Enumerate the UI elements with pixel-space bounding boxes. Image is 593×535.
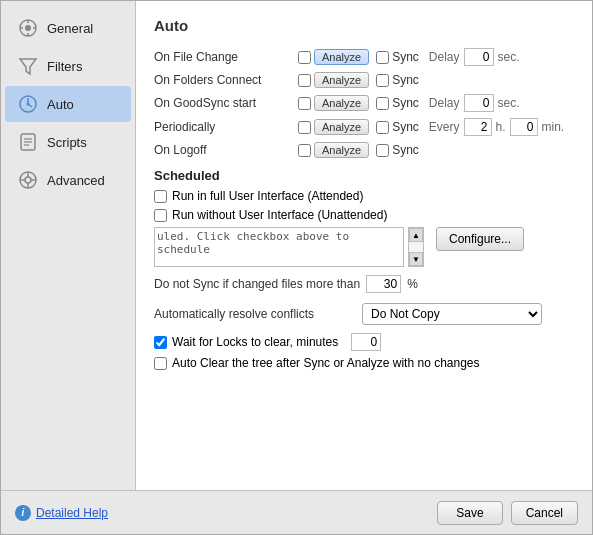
- general-icon: [17, 17, 39, 39]
- analyze-btn-2[interactable]: Analyze: [314, 72, 369, 88]
- main-panel: Auto On File Change Analyze Sync Delay 0…: [136, 1, 592, 490]
- auto-clear-label: Auto Clear the tree after Sync or Analyz…: [172, 356, 480, 370]
- sidebar-item-filters[interactable]: Filters: [5, 48, 131, 84]
- scripts-icon: [17, 131, 39, 153]
- sidebar-item-advanced[interactable]: Advanced: [5, 162, 131, 198]
- configure-button[interactable]: Configure...: [436, 227, 524, 251]
- content-area: General Filters: [1, 1, 592, 490]
- on-folders-connect-label: On Folders Connect: [154, 73, 294, 87]
- on-file-change-label: On File Change: [154, 50, 294, 64]
- pct-symbol: %: [407, 277, 418, 291]
- analyze-btn-1[interactable]: Analyze: [314, 49, 369, 65]
- sync-checkbox-5[interactable]: [376, 144, 389, 157]
- wait-for-locks-row: Wait for Locks to clear, minutes 0: [154, 333, 574, 351]
- do-not-sync-row: Do not Sync if changed files more than 3…: [154, 275, 574, 293]
- svg-point-16: [25, 177, 31, 183]
- scheduled-textarea[interactable]: uled. Click checkbox above to schedule: [154, 227, 404, 267]
- analyze-btn-4[interactable]: Analyze: [314, 119, 369, 135]
- sidebar-item-general[interactable]: General: [5, 10, 131, 46]
- run-unattended-checkbox[interactable]: [154, 209, 167, 222]
- periodically-label: Periodically: [154, 120, 294, 134]
- panel-title: Auto: [154, 17, 574, 34]
- periodically-row: Periodically Analyze Sync Every 2 h. 0 m…: [154, 118, 574, 136]
- analyze-checkbox-4[interactable]: [298, 121, 311, 134]
- textarea-scrollbar[interactable]: ▲ ▼: [408, 227, 424, 267]
- do-not-sync-input[interactable]: 30: [366, 275, 401, 293]
- detailed-help-link[interactable]: Detailed Help: [36, 506, 108, 520]
- on-folders-connect-row: On Folders Connect Analyze Sync: [154, 72, 574, 88]
- conflicts-select[interactable]: Do Not Copy Copy Newer Copy Older: [362, 303, 542, 325]
- svg-marker-6: [20, 59, 36, 74]
- analyze-checkbox-group-3: Analyze: [298, 95, 369, 111]
- sidebar: General Filters: [1, 1, 136, 490]
- sidebar-general-label: General: [47, 21, 93, 36]
- sync-checkbox-group-3: Sync: [376, 96, 419, 110]
- analyze-checkbox-5[interactable]: [298, 144, 311, 157]
- sync-checkbox-4[interactable]: [376, 121, 389, 134]
- analyze-checkbox-1[interactable]: [298, 51, 311, 64]
- footer-right: Save Cancel: [437, 501, 578, 525]
- sidebar-item-auto[interactable]: Auto: [5, 86, 131, 122]
- auto-clear-row: Auto Clear the tree after Sync or Analyz…: [154, 356, 574, 370]
- sync-checkbox-1[interactable]: [376, 51, 389, 64]
- sync-checkbox-group-4: Sync: [376, 120, 419, 134]
- sync-checkbox-group-1: Sync: [376, 50, 419, 64]
- sync-checkbox-group-2: Sync: [376, 73, 419, 87]
- wait-for-locks-checkbox[interactable]: [154, 336, 167, 349]
- conflicts-row: Automatically resolve conflicts Do Not C…: [154, 303, 574, 325]
- scheduled-title: Scheduled: [154, 168, 574, 183]
- run-unattended-row: Run without User Interface (Unattended): [154, 208, 574, 222]
- help-icon: i: [15, 505, 31, 521]
- delay-group-2: Delay 0 sec.: [429, 94, 520, 112]
- analyze-checkbox-group-1: Analyze: [298, 49, 369, 65]
- every-group: Every 2 h. 0 min.: [429, 118, 564, 136]
- auto-clear-checkbox[interactable]: [154, 357, 167, 370]
- sidebar-filters-label: Filters: [47, 59, 82, 74]
- svg-point-1: [25, 25, 31, 31]
- svg-point-10: [27, 103, 30, 106]
- scheduled-section: Scheduled Run in full User Interface (At…: [154, 168, 574, 293]
- delay-group-1: Delay 0 sec.: [429, 48, 520, 66]
- analyze-checkbox-group-2: Analyze: [298, 72, 369, 88]
- sidebar-scripts-label: Scripts: [47, 135, 87, 150]
- analyze-btn-3[interactable]: Analyze: [314, 95, 369, 111]
- on-goodsync-start-label: On GoodSync start: [154, 96, 294, 110]
- wait-for-locks-input[interactable]: 0: [351, 333, 381, 351]
- run-attended-label: Run in full User Interface (Attended): [172, 189, 363, 203]
- do-not-sync-label: Do not Sync if changed files more than: [154, 277, 360, 291]
- on-goodsync-start-row: On GoodSync start Analyze Sync Delay 0 s…: [154, 94, 574, 112]
- advanced-icon: [17, 169, 39, 191]
- sync-checkbox-2[interactable]: [376, 74, 389, 87]
- analyze-btn-5[interactable]: Analyze: [314, 142, 369, 158]
- footer: i Detailed Help Save Cancel: [1, 490, 592, 534]
- analyze-checkbox-group-5: Analyze: [298, 142, 369, 158]
- sidebar-item-scripts[interactable]: Scripts: [5, 124, 131, 160]
- run-attended-row: Run in full User Interface (Attended): [154, 189, 574, 203]
- sync-checkbox-group-5: Sync: [376, 143, 419, 157]
- sidebar-auto-label: Auto: [47, 97, 74, 112]
- run-unattended-label: Run without User Interface (Unattended): [172, 208, 387, 222]
- analyze-checkbox-3[interactable]: [298, 97, 311, 110]
- scroll-up-btn[interactable]: ▲: [409, 228, 423, 242]
- sidebar-advanced-label: Advanced: [47, 173, 105, 188]
- conflicts-label: Automatically resolve conflicts: [154, 307, 354, 321]
- on-file-change-row: On File Change Analyze Sync Delay 0 sec.: [154, 48, 574, 66]
- auto-icon: [17, 93, 39, 115]
- on-logoff-label: On Logoff: [154, 143, 294, 157]
- scroll-down-btn[interactable]: ▼: [409, 252, 423, 266]
- save-button[interactable]: Save: [437, 501, 502, 525]
- on-logoff-row: On Logoff Analyze Sync: [154, 142, 574, 158]
- every-hours-input[interactable]: 2: [464, 118, 492, 136]
- delay-input-1[interactable]: 0: [464, 48, 494, 66]
- filters-icon: [17, 55, 39, 77]
- cancel-button[interactable]: Cancel: [511, 501, 578, 525]
- delay-input-2[interactable]: 0: [464, 94, 494, 112]
- wait-for-locks-label: Wait for Locks to clear, minutes: [172, 335, 338, 349]
- window: General Filters: [0, 0, 593, 535]
- analyze-checkbox-group-4: Analyze: [298, 119, 369, 135]
- footer-left: i Detailed Help: [15, 505, 108, 521]
- every-minutes-input[interactable]: 0: [510, 118, 538, 136]
- run-attended-checkbox[interactable]: [154, 190, 167, 203]
- sync-checkbox-3[interactable]: [376, 97, 389, 110]
- analyze-checkbox-2[interactable]: [298, 74, 311, 87]
